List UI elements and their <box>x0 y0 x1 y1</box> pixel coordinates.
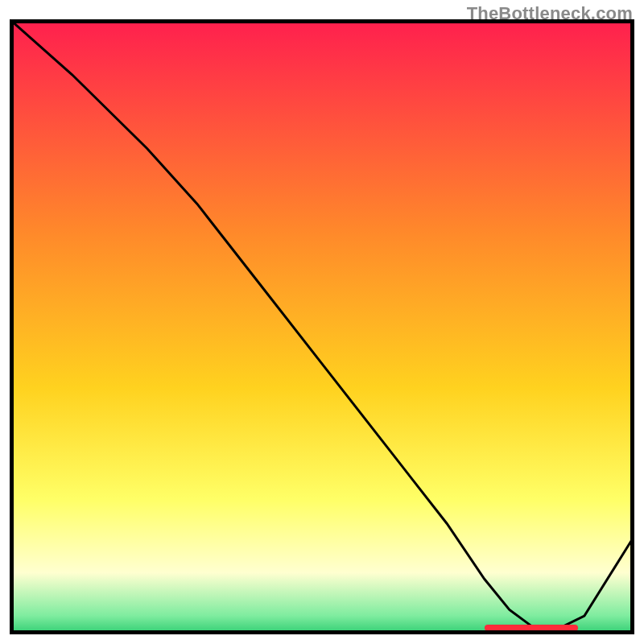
optimal-marker <box>485 625 578 631</box>
watermark-text: TheBottleneck.com <box>467 3 633 24</box>
bottleneck-curve <box>10 19 634 634</box>
plot-area <box>10 19 634 634</box>
chart-container: TheBottleneck.com <box>0 0 644 644</box>
